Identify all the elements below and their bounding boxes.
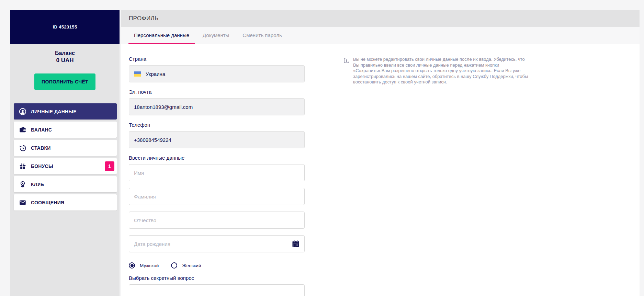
phone-value: +380984549224	[134, 137, 171, 143]
bonuses-count-badge: 1	[105, 161, 114, 171]
sidebar: ID 4523155 Баланс 0 UAH ПОПОЛНИТЬ СЧЁТ Л…	[10, 10, 120, 296]
sidebar-item-label: БОНУСЫ	[31, 163, 53, 169]
first-name-input[interactable]	[129, 164, 305, 181]
last-name-input[interactable]	[129, 188, 305, 205]
personal-data-section-label: Ввести личные данные	[129, 155, 305, 161]
account-id-panel: ID 4523155	[10, 10, 120, 44]
email-value: 18anton1893@gmail.com	[134, 104, 193, 110]
phone-label: Телефон	[129, 122, 305, 128]
gender-radio-group: Мужской Женский	[129, 262, 305, 269]
country-label: Страна	[129, 56, 305, 62]
sidebar-item-bonuses[interactable]: БОНУСЫ 1	[14, 158, 117, 174]
tab-change-password[interactable]: Сменить пароль	[237, 27, 287, 44]
profile-content: Страна Украина Эл. почта 18anton1893@gma…	[121, 44, 640, 296]
country-value: Украина	[146, 71, 165, 77]
gender-option-male[interactable]: Мужской	[129, 262, 159, 269]
info-note-text: Вы не можете редактировать свои личные д…	[353, 57, 532, 296]
user-id: ID 4523155	[53, 24, 77, 30]
wallet-icon	[19, 126, 26, 134]
sidebar-item-messages[interactable]: СООБЩЕНИЯ	[14, 194, 117, 210]
radio-female-icon	[171, 262, 177, 269]
radio-male-icon	[129, 262, 135, 269]
sidebar-item-label: КЛУБ	[31, 182, 44, 187]
person-icon	[19, 108, 26, 115]
balance-section: Баланс 0 UAH ПОПОЛНИТЬ СЧЁТ	[10, 44, 120, 90]
secret-question-select[interactable]	[129, 284, 305, 296]
gender-female-label: Женский	[182, 263, 201, 268]
tab-documents[interactable]: Документы	[197, 27, 235, 44]
gender-male-label: Мужской	[140, 263, 159, 268]
info-note: Вы не можете редактировать свои личные д…	[343, 49, 536, 296]
medal-icon	[19, 181, 26, 188]
personal-data-form: Страна Украина Эл. почта 18anton1893@gma…	[129, 49, 305, 296]
sidebar-item-balance[interactable]: БАЛАНС	[14, 122, 117, 138]
info-icon	[343, 57, 350, 296]
profile-tabs: Персональные данные Документы Сменить па…	[121, 27, 640, 44]
main-panel: ПРОФИЛЬ Персональные данные Документы См…	[121, 10, 640, 296]
email-field: 18anton1893@gmail.com	[129, 98, 305, 115]
secret-question-label: Выбрать секретный вопрос	[129, 275, 305, 281]
balance-label: Баланс	[10, 50, 120, 57]
deposit-button[interactable]: ПОПОЛНИТЬ СЧЁТ	[34, 73, 95, 90]
email-label: Эл. почта	[129, 89, 305, 95]
gift-icon	[19, 162, 26, 170]
sidebar-item-club[interactable]: КЛУБ	[14, 176, 117, 192]
sidebar-item-personal-data[interactable]: ЛИЧНЫЕ ДАННЫЕ	[14, 103, 117, 119]
sidebar-item-label: СООБЩЕНИЯ	[31, 200, 64, 205]
sidebar-menu: ЛИЧНЫЕ ДАННЫЕ БАЛАНС СТАВКИ БОНУСЫ 1	[10, 103, 120, 210]
birth-date-field	[129, 235, 305, 259]
birth-date-input[interactable]	[129, 235, 305, 252]
page-title: ПРОФИЛЬ	[121, 15, 159, 22]
country-field: Украина	[129, 65, 305, 82]
envelope-icon	[19, 199, 26, 206]
gender-option-female[interactable]: Женский	[171, 262, 201, 269]
profile-header-bar: ПРОФИЛЬ	[121, 10, 640, 27]
tab-personal-data[interactable]: Персональные данные	[128, 27, 195, 44]
middle-name-input[interactable]	[129, 212, 305, 229]
sidebar-item-label: БАЛАНС	[31, 127, 52, 133]
sidebar-item-label: ЛИЧНЫЕ ДАННЫЕ	[31, 109, 77, 114]
balance-value: 0 UAH	[10, 57, 120, 64]
history-icon	[19, 144, 26, 152]
sidebar-item-bets[interactable]: СТАВКИ	[14, 140, 117, 156]
ukraine-flag-icon	[134, 71, 141, 77]
phone-field: +380984549224	[129, 131, 305, 148]
sidebar-item-label: СТАВКИ	[31, 145, 50, 151]
